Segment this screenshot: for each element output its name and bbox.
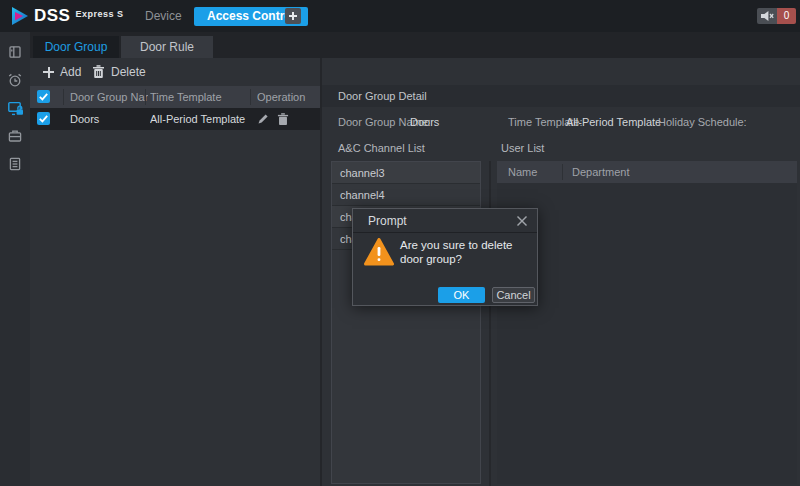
- toolbox-icon[interactable]: [7, 128, 23, 144]
- row-group-name: Doors: [70, 108, 148, 130]
- trash-icon: [92, 65, 105, 79]
- add-button[interactable]: Add: [43, 64, 81, 80]
- group-toolbar: Add Delete: [30, 58, 320, 86]
- mute-sound-button[interactable]: [757, 8, 777, 24]
- console-icon[interactable]: [7, 44, 23, 60]
- left-icon-rail: [0, 32, 30, 486]
- delete-button[interactable]: Delete: [92, 64, 146, 80]
- column-separator: [562, 164, 563, 180]
- channel-list-item[interactable]: channel4: [332, 184, 480, 206]
- dialog-message: Are you sure to delete door group?: [400, 238, 534, 266]
- dialog-title: Prompt: [353, 209, 537, 233]
- channel-list-item[interactable]: channel3: [332, 162, 480, 184]
- tab-door-rule[interactable]: Door Rule: [121, 36, 213, 58]
- speaker-muted-icon: [760, 10, 774, 22]
- delete-row-icon[interactable]: [277, 113, 289, 125]
- alarm-count-badge[interactable]: 0: [777, 8, 796, 24]
- edit-icon[interactable]: [257, 113, 269, 125]
- user-list-label: User List: [501, 141, 544, 155]
- ok-button[interactable]: OK: [438, 287, 485, 303]
- column-separator: [250, 89, 251, 105]
- door-group-row[interactable]: Doors All-Period Template: [30, 108, 320, 130]
- user-table-header: Name Department: [497, 161, 797, 183]
- logo-edition: Express S: [75, 9, 123, 19]
- column-separator: [63, 89, 64, 105]
- top-header: DSS Express S Device Access Control 0: [0, 0, 800, 32]
- detail-panel-title: Door Group Detail: [322, 85, 800, 107]
- channel-list-label: A&C Channel List: [338, 141, 425, 155]
- cancel-button[interactable]: Cancel: [492, 287, 535, 303]
- row-checkbox[interactable]: [37, 112, 50, 125]
- prompt-dialog: Prompt Are you sure to delete door group…: [352, 208, 538, 306]
- alarm-clock-icon[interactable]: [7, 72, 23, 88]
- detail-name-value: Doors: [410, 109, 439, 135]
- user-table-body: [497, 183, 797, 484]
- detail-template-value: All-Period Template: [566, 109, 661, 135]
- add-button-label: Add: [60, 65, 81, 79]
- tab-door-group[interactable]: Door Group: [33, 36, 119, 58]
- row-time-template: All-Period Template: [150, 108, 250, 130]
- column-separator: [145, 89, 146, 105]
- access-control-icon[interactable]: [7, 100, 23, 116]
- column-header-name: Door Group Name: [70, 86, 148, 108]
- dss-logo: DSS Express S: [10, 5, 124, 27]
- detail-holiday-label: Holiday Schedule:: [658, 109, 747, 135]
- select-all-checkbox[interactable]: [37, 90, 50, 103]
- user-column-department: Department: [572, 161, 692, 183]
- logo-text: DSS: [34, 6, 70, 26]
- column-header-operation: Operation: [257, 86, 317, 108]
- door-tabbar: Door Group Door Rule: [30, 32, 800, 58]
- log-icon[interactable]: [7, 156, 23, 172]
- add-tab-button[interactable]: [285, 8, 301, 24]
- tab-device[interactable]: Device: [133, 0, 194, 32]
- warning-icon: [364, 238, 394, 266]
- group-table-header: Door Group Name Time Template Operation: [30, 86, 320, 108]
- app-window: DSS Express S Device Access Control 0: [0, 0, 800, 486]
- dss-logo-icon: [10, 5, 30, 27]
- detail-fields: Door Group Name: Doors Time Template: Al…: [322, 109, 800, 135]
- column-header-template: Time Template: [150, 86, 248, 108]
- plus-icon: [43, 67, 54, 78]
- close-icon[interactable]: [516, 215, 528, 227]
- user-column-name: Name: [508, 161, 558, 183]
- delete-button-label: Delete: [111, 65, 146, 79]
